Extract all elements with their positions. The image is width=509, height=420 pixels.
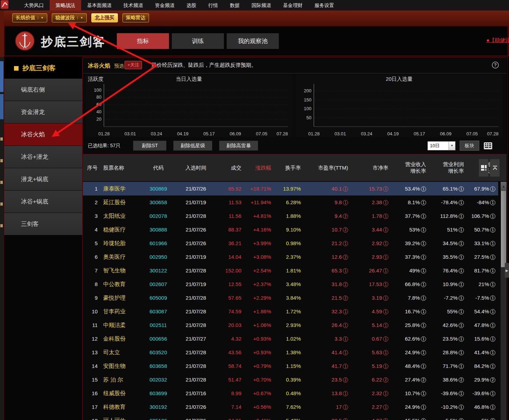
menu-item-5[interactable]: 资金频道 xyxy=(149,0,181,10)
table-row[interactable]: 4稳健医疗30088821/07/2688.37+4.16%9.10%10.72… xyxy=(83,223,498,236)
collapse-up-icon[interactable] xyxy=(490,159,500,177)
cell-code: 605136 xyxy=(142,414,175,420)
filter-button-1[interactable]: 剔除ST xyxy=(133,141,167,151)
svg-text:05.17: 05.17 xyxy=(203,131,215,136)
column-header-no[interactable]: 序号 xyxy=(83,154,100,181)
filter-button-3[interactable]: 剔除高雷暴 xyxy=(219,141,258,151)
table-row[interactable]: 8中公教育00260721/07/1912.55+2.37%3.48%31.82… xyxy=(83,277,498,291)
table-row[interactable]: 16纽威股份60369921/07/168.99+0.67%0.48%13.81… xyxy=(83,386,498,400)
chevron-down-icon[interactable]: ▼ xyxy=(448,142,455,150)
column-header-pe[interactable]: 市盈率(TTM) xyxy=(304,154,351,181)
scrollbar-up-arrow[interactable]: ▲ xyxy=(501,182,507,191)
sidebar-item-4[interactable]: 冰谷+潜龙 xyxy=(4,146,82,168)
rank-circle-icon: 2 xyxy=(459,377,464,383)
menu-item-7[interactable]: 行情 xyxy=(202,0,224,10)
table-row[interactable]: 6奥美医疗00295021/07/1914.04+3.08%2.37%12.62… xyxy=(83,250,498,264)
scrollbar-thumb[interactable] xyxy=(501,191,506,267)
dropdown-caret-icon[interactable]: ▼ xyxy=(38,16,44,20)
cell-name: 太阳纸业 xyxy=(100,209,142,223)
table-row[interactable]: 7智飞生物30012221/07/28152.00+2.54%1.81%65.3… xyxy=(83,264,498,277)
rank-circle-icon: 1 xyxy=(421,227,426,233)
preselect-link[interactable]: 预选 xyxy=(114,63,124,69)
header-tab-2[interactable]: 训练 xyxy=(172,33,224,49)
rank-circle-icon: 1 xyxy=(490,391,495,396)
quick-strategy-toolbar: 长线价值▼稳健波段▼北上强买策略雷达 xyxy=(0,10,509,26)
filter-button-2[interactable]: 剔除低星级 xyxy=(173,141,212,151)
menu-item-9[interactable]: 国际频道 xyxy=(246,0,277,10)
table-row[interactable]: 2延江股份30065821/07/1911.53+11.94%6.28%9.81… xyxy=(83,195,498,209)
sidebar-item-1[interactable]: 锅底右侧 xyxy=(4,79,82,101)
tile-view-icon[interactable] xyxy=(479,159,488,177)
menu-item-8[interactable]: 数据 xyxy=(224,0,246,10)
column-header-name[interactable]: 股票名称 xyxy=(100,154,142,181)
background-window-sliver xyxy=(0,57,4,420)
table-row[interactable]: 10甘李药业60308721/07/2874.59+1.86%1.72%32.3… xyxy=(83,305,498,318)
column-header-code[interactable]: 代码 xyxy=(142,154,175,181)
table-row[interactable]: 1康泰医学30086921/07/2665.92+18.71%13.97%40.… xyxy=(83,182,498,195)
cell-price: 65.92 xyxy=(217,182,244,195)
sector-button[interactable]: 板块 xyxy=(460,141,479,151)
sidebar-item-2[interactable]: 资金潜龙 xyxy=(4,101,82,123)
sidebar-item-6[interactable]: 冰谷+锅底 xyxy=(4,191,82,213)
table-row[interactable]: 15苏 泊 尔00203221/07/2851.47+0.70%0.39%23.… xyxy=(83,373,498,386)
column-header-revenue[interactable]: 营业收入增长率 xyxy=(391,154,429,181)
cell-pe: 32.31 xyxy=(304,305,351,318)
help-icon[interactable]: ? xyxy=(492,62,499,69)
menu-item-6[interactable]: 选股 xyxy=(181,0,202,10)
menu-item-11[interactable]: 服务设置 xyxy=(309,0,340,10)
column-header-pb[interactable]: 市净率 xyxy=(351,154,391,181)
table-row[interactable]: 9豪悦护理60500921/07/2857.65+2.29%3.84%21.52… xyxy=(83,291,498,305)
cell-turnover: 7.62% xyxy=(274,400,304,414)
table-body: 1康泰医学30086921/07/2665.92+18.71%13.97%40.… xyxy=(83,182,501,420)
cell-code: 603658 xyxy=(142,359,175,373)
grid-view-icon[interactable] xyxy=(483,142,493,150)
sidebar-item-7[interactable]: 三剑客 xyxy=(4,213,82,235)
rank-circle-icon: 2 xyxy=(343,282,348,287)
quick-button-3[interactable]: 北上强买 xyxy=(91,13,118,22)
table-row[interactable]: 13司太立60352021/07/2843.56+0.93%1.38%41.41… xyxy=(83,346,498,359)
column-header-turnover[interactable]: 换手率 xyxy=(274,154,304,181)
table-row[interactable]: 14安图生物60365821/07/2858.74+0.79%1.15%41.7… xyxy=(83,359,498,373)
rank-circle-icon: 1 xyxy=(459,227,464,233)
table-row[interactable]: 3太阳纸业00207821/07/2811.56+4.81%1.88%9.421… xyxy=(83,209,498,223)
header-tab-1[interactable]: 指标 xyxy=(117,33,169,49)
dropdown-caret-icon[interactable]: ▼ xyxy=(77,16,83,20)
table-row[interactable]: 17科德教育30019221/07/267.14+0.56%7.62%1712.… xyxy=(83,400,498,414)
sidebar-item-3[interactable]: 冰谷火焰 xyxy=(4,123,82,145)
vertical-scrollbar[interactable]: ▲ xyxy=(501,182,507,420)
strategy-description: 股价经历深跌、陡跌后，产生超跌反弹预期。 xyxy=(151,62,256,69)
table-row[interactable]: 12金科股份00065621/07/274.32+0.93%1.02%3.310… xyxy=(83,332,498,346)
table-row[interactable]: 11中顺洁柔00251121/07/2820.03+1.06%2.93%26.4… xyxy=(83,318,498,332)
svg-text:01.28: 01.28 xyxy=(308,131,320,136)
rank-circle-icon: 1 xyxy=(490,241,495,246)
follow-button[interactable]: +关注 xyxy=(125,61,142,69)
rank-circle-icon: 1 xyxy=(459,186,464,192)
menu-items: 大势风口策略战法基本面频道技术频道资金频道选股行情数据国际频道基金理财服务设置 xyxy=(12,0,340,10)
cell-turnover: 1.72% xyxy=(274,305,304,318)
menu-item-4[interactable]: 技术频道 xyxy=(118,0,149,10)
menu-item-1[interactable]: 大势风口 xyxy=(18,0,50,10)
column-header-price[interactable]: 成交 xyxy=(217,154,244,181)
svg-text:07.05: 07.05 xyxy=(256,131,268,136)
quick-button-4[interactable]: 策略雷达 xyxy=(122,13,149,22)
period-selection-chart: 5010015020001.2803.0103.2404.1905.1706.0… xyxy=(296,82,503,137)
header-right-link[interactable]: ●【稳健波 xyxy=(486,37,509,44)
menu-item-2[interactable]: 策略战法 xyxy=(50,0,81,10)
quick-button-1[interactable]: 长线价值▼ xyxy=(12,13,47,22)
cell-no: 11 xyxy=(83,318,100,332)
menu-item-3[interactable]: 基本面频道 xyxy=(81,0,118,10)
header-tab-3[interactable]: 我的观察池 xyxy=(227,33,279,49)
table-row[interactable]: 5玲珑轮胎60196621/07/2636.21+3.99%0.98%21.21… xyxy=(83,236,498,250)
sidebar-item-5[interactable]: 潜龙+锅底 xyxy=(4,168,82,190)
table-row[interactable]: 18丽人丽妆60513621/07/2624.21+0.46%5.43%28.5… xyxy=(83,414,498,420)
quick-button-2[interactable]: 稳健波段▼ xyxy=(52,13,87,22)
menu-item-10[interactable]: 基金理财 xyxy=(277,0,309,10)
column-header-date[interactable]: 入选时间 xyxy=(175,154,217,181)
period-select[interactable]: 10日 ▼ xyxy=(427,141,455,150)
svg-text:06.09: 06.09 xyxy=(440,131,452,136)
background-window-fragment xyxy=(0,224,3,227)
panel-expander-arrow[interactable]: ▶ xyxy=(505,263,509,278)
column-header-change[interactable]: 涨跌幅 xyxy=(244,154,274,181)
column-header-op[interactable]: 营业利润增长率 xyxy=(429,154,467,181)
cell-net: 41.4%1 xyxy=(467,346,498,359)
